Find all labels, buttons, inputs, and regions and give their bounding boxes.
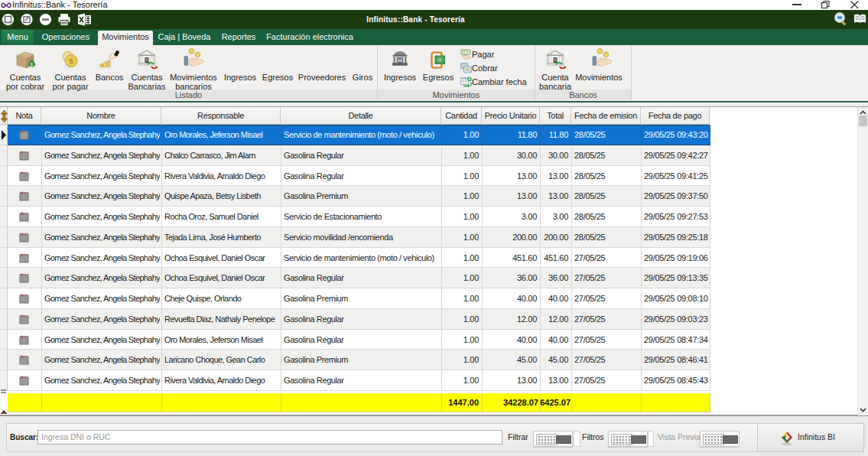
svg-text:$: $ — [30, 62, 33, 67]
svg-text:$: $ — [69, 57, 73, 65]
